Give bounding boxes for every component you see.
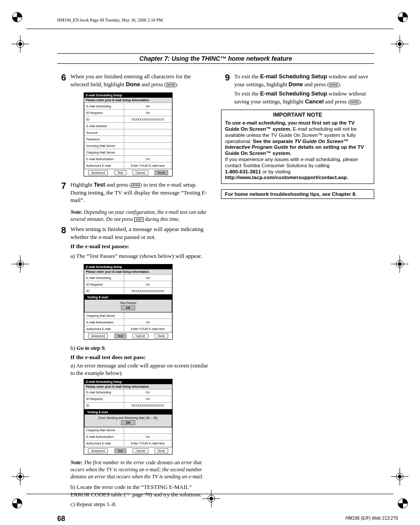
enter-key-icon: ENTER [129, 183, 142, 187]
step-number: 7 [57, 181, 66, 206]
screenshot-email-setup-done: E-mail Scheduling Setup Please enter you… [84, 92, 173, 176]
fail-a: a) An error message and code will appear… [70, 362, 210, 377]
registration-mark-icon [11, 11, 23, 23]
note-1: Note: Depending on your configuration, t… [70, 209, 210, 223]
enter-key-icon: ENTER [327, 83, 339, 87]
exit-key-icon: EXIT [134, 217, 144, 222]
important-note-box: IMPORTANT NOTE To use e-mail scheduling,… [221, 110, 374, 184]
registration-mark-icon [397, 498, 409, 509]
testing-title: Testing E-mail [85, 295, 172, 300]
registration-mark-icon [397, 11, 409, 23]
screenshot-button-highlighted: Done [155, 170, 168, 175]
crop-mark-icon [391, 255, 409, 273]
step-number: 9 [221, 73, 230, 107]
screenshot-title: E-mail Scheduling Setup [84, 93, 172, 98]
note-2: Note: The first number in the error code… [70, 459, 210, 481]
troubleshooting-tip-box: For home network troubleshooting tips, s… [221, 189, 374, 199]
left-column: 6 When you are finished entering all cha… [57, 73, 210, 510]
if-fail-heading: If the e-mail test does not pass: [70, 354, 210, 361]
step-9-text: To exit the E-mail Scheduling Setup wind… [234, 73, 374, 107]
test-error-msg: Error Sending and Receiving Mail (30 – 3… [86, 416, 170, 419]
footer-code: HM196 (E/F) Web 213:276 [346, 516, 398, 521]
screenshot-button: Cancel [133, 170, 148, 175]
page-number: 68 [57, 515, 65, 523]
crop-mark-icon [391, 468, 409, 485]
enter-key-icon: ENTER [164, 83, 177, 87]
test-pass-msg: Test Passes [86, 301, 170, 305]
enter-key-icon: ENTER [348, 100, 361, 104]
screenshot-test-passes: E-mail Scheduling Setup Please enter you… [84, 264, 173, 340]
important-note-heading: IMPORTANT NOTE [225, 112, 370, 118]
screenshot-button: Advanced [88, 170, 108, 175]
crop-mark-icon [11, 255, 29, 273]
crop-mark-icon [11, 468, 29, 485]
ok-button: OK [121, 305, 136, 310]
pass-a: a) The “Test Passes” message (shown belo… [70, 252, 210, 260]
if-pass-heading: If the e-mail test passes: [70, 242, 210, 250]
step-6-text: When you are finished entering all chara… [70, 73, 210, 90]
document-header: HM196_EN.book Page 68 Tuesday, May 30, 2… [57, 18, 374, 22]
step-number: 8 [57, 226, 66, 261]
fail-b: b) Locate the error code in the “TESTING… [70, 483, 210, 499]
registration-mark-icon [11, 498, 23, 509]
important-note-body: To use e-mail scheduling, you must first… [225, 120, 370, 181]
chapter-title: Chapter 7: Using the THINC™ home network… [57, 53, 374, 64]
screenshot-subtitle: Please enter your E-mail Setup Informati… [84, 98, 172, 103]
ok-button: OK [121, 420, 136, 425]
screenshot-test-error: E-mail Scheduling Setup Please enter you… [84, 379, 173, 455]
right-column: 9 To exit the E-mail Scheduling Setup wi… [221, 73, 374, 510]
step-number: 6 [57, 73, 66, 90]
crop-mark-icon [391, 35, 409, 53]
step-7-text: Highlight Test and press ENTER to test t… [70, 181, 210, 206]
fail-c: c) Repeat steps 1–8. [70, 500, 210, 508]
screenshot-button: Test [114, 170, 126, 175]
step-8-text: When testing is finished, a message will… [70, 225, 210, 261]
crop-mark-icon [11, 35, 29, 53]
pass-b: b) Go to step 9. [70, 344, 210, 352]
